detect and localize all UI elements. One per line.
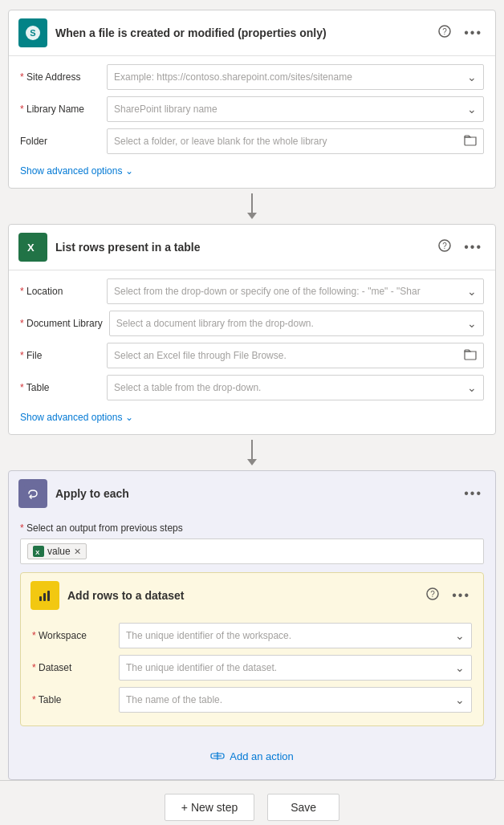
library-name-placeholder: SharePoint library name — [114, 104, 467, 115]
doc-library-input[interactable]: Select a document library from the drop-… — [109, 311, 484, 336]
file-label: * File — [20, 350, 100, 361]
location-label: * Location — [20, 286, 100, 297]
table-dropdown-icon-ar: ⌄ — [455, 693, 465, 706]
workspace-row: * Workspace The unique identifier of the… — [32, 623, 472, 648]
table-label-ar: * Table — [32, 694, 112, 705]
value-tag: X value ✕ — [27, 543, 87, 559]
trigger-show-advanced[interactable]: Show advanced options ⌄ — [20, 161, 484, 183]
output-input-box[interactable]: X value ✕ — [20, 538, 484, 564]
site-address-input[interactable]: Example: https://contoso.sharepoint.com/… — [107, 64, 484, 90]
list-rows-header: X List rows present in a table ? — [9, 225, 495, 270]
trigger-card-header: S When a file is created or modified (pr… — [9, 10, 495, 56]
chevron-down-icon-lr: ⌄ — [125, 412, 133, 423]
add-action-area: Add an action — [20, 733, 484, 773]
workspace-placeholder: The unique identifier of the workspace. — [126, 630, 455, 641]
arrow-2 — [247, 435, 257, 470]
workspace-dropdown-icon: ⌄ — [455, 629, 465, 642]
arrow-head-2 — [247, 459, 257, 465]
library-name-row: * Library Name SharePoint library name ⌄ — [20, 96, 484, 122]
trigger-card: S When a file is created or modified (pr… — [8, 10, 496, 189]
folder-placeholder: Select a folder, or leave blank for the … — [114, 136, 464, 147]
bottom-bar: + New step Save — [0, 780, 504, 825]
folder-input[interactable]: Select a folder, or leave blank for the … — [107, 128, 484, 154]
workspace-label: * Workspace — [32, 630, 112, 641]
trigger-card-title: When a file is created or modified (prop… — [55, 26, 427, 39]
file-placeholder: Select an Excel file through File Browse… — [114, 350, 464, 361]
list-rows-help-button[interactable]: ? — [435, 238, 454, 257]
add-rows-body: * Workspace The unique identifier of the… — [21, 618, 483, 725]
add-rows-more-button[interactable] — [449, 587, 474, 604]
list-rows-show-advanced[interactable]: Show advanced options ⌄ — [20, 407, 484, 429]
site-address-label: * Site Address — [20, 71, 100, 83]
loop-icon — [18, 479, 47, 508]
svg-rect-11 — [39, 596, 42, 601]
file-browse-icon — [464, 349, 477, 363]
dataset-dropdown-icon: ⌄ — [455, 661, 465, 674]
doc-library-row: * Document Library Select a document lib… — [20, 311, 484, 336]
arrow-line-2 — [251, 440, 253, 459]
add-rows-help-button[interactable]: ? — [423, 586, 442, 605]
arrow-head-1 — [247, 213, 257, 219]
dataset-placeholder: The unique identifier of the dataset. — [126, 662, 455, 673]
add-rows-title: Add rows to a dataset — [67, 589, 415, 602]
save-button[interactable]: Save — [267, 794, 339, 821]
add-rows-actions: ? — [423, 586, 474, 605]
value-tag-excel-icon: X — [33, 546, 44, 557]
table-row-lr: * Table Select a table from the drop-dow… — [20, 375, 484, 400]
chevron-down-icon: ⌄ — [125, 165, 133, 177]
dataset-row: * Dataset The unique identifier of the d… — [32, 655, 472, 681]
list-rows-more-button[interactable] — [461, 238, 486, 256]
arrow-line-1 — [251, 193, 253, 213]
svg-rect-8 — [24, 485, 42, 502]
apply-each-title: Apply to each — [55, 487, 453, 500]
arrow-1 — [247, 189, 257, 224]
value-tag-label: value — [47, 546, 71, 557]
excel-icon: X — [18, 233, 47, 262]
apply-each-more-button[interactable] — [461, 485, 486, 502]
location-row: * Location Select from the drop-down or … — [20, 278, 484, 304]
new-step-button[interactable]: + New step — [165, 794, 254, 821]
library-name-dropdown-icon: ⌄ — [467, 103, 477, 116]
table-input-lr[interactable]: Select a table from the drop-down. ⌄ — [107, 375, 484, 400]
list-rows-card: X List rows present in a table ? * Locat… — [8, 224, 496, 435]
dataset-input[interactable]: The unique identifier of the dataset. ⌄ — [119, 655, 472, 681]
add-rows-header: Add rows to a dataset ? — [21, 573, 483, 618]
apply-each-body: * Select an output from previous steps X… — [9, 516, 495, 779]
value-tag-close[interactable]: ✕ — [74, 547, 81, 557]
table-dropdown-icon-lr: ⌄ — [467, 381, 477, 394]
file-row: * File Select an Excel file through File… — [20, 343, 484, 368]
location-placeholder: Select from the drop-down or specify one… — [114, 286, 467, 297]
location-dropdown-icon: ⌄ — [467, 285, 477, 298]
site-address-dropdown-icon: ⌄ — [467, 71, 477, 83]
list-rows-actions: ? — [435, 238, 486, 257]
folder-label: Folder — [20, 136, 100, 147]
site-address-placeholder: Example: https://contoso.sharepoint.com/… — [114, 71, 467, 83]
powerbi-icon — [30, 581, 59, 610]
table-placeholder-ar: The name of the table. — [126, 694, 455, 705]
location-input[interactable]: Select from the drop-down or specify one… — [107, 278, 484, 304]
workspace-input[interactable]: The unique identifier of the workspace. … — [119, 623, 472, 648]
doc-library-dropdown-icon: ⌄ — [467, 317, 477, 330]
add-action-button[interactable]: Add an action — [210, 749, 294, 763]
folder-row: Folder Select a folder, or leave blank f… — [20, 128, 484, 154]
svg-text:X: X — [35, 549, 40, 555]
list-rows-title: List rows present in a table — [55, 241, 427, 254]
trigger-more-button[interactable] — [461, 24, 486, 42]
add-action-label: Add an action — [230, 750, 294, 762]
table-input-ar[interactable]: The name of the table. ⌄ — [119, 687, 472, 713]
svg-rect-12 — [43, 593, 46, 601]
folder-browse-icon — [464, 135, 477, 148]
list-rows-body: * Location Select from the drop-down or … — [9, 270, 495, 434]
library-name-input[interactable]: SharePoint library name ⌄ — [107, 96, 484, 122]
sharepoint-icon: S — [18, 18, 47, 47]
dataset-label: * Dataset — [32, 662, 112, 673]
svg-text:?: ? — [430, 590, 435, 599]
svg-text:S: S — [30, 28, 35, 38]
add-rows-card: Add rows to a dataset ? * Workspace The … — [20, 572, 484, 726]
trigger-card-actions: ? — [435, 23, 486, 43]
table-label-lr: * Table — [20, 382, 100, 393]
trigger-help-button[interactable]: ? — [435, 23, 454, 43]
table-row-ar: * Table The name of the table. ⌄ — [32, 687, 472, 713]
file-input[interactable]: Select an Excel file through File Browse… — [107, 343, 484, 368]
svg-text:X: X — [27, 242, 35, 254]
